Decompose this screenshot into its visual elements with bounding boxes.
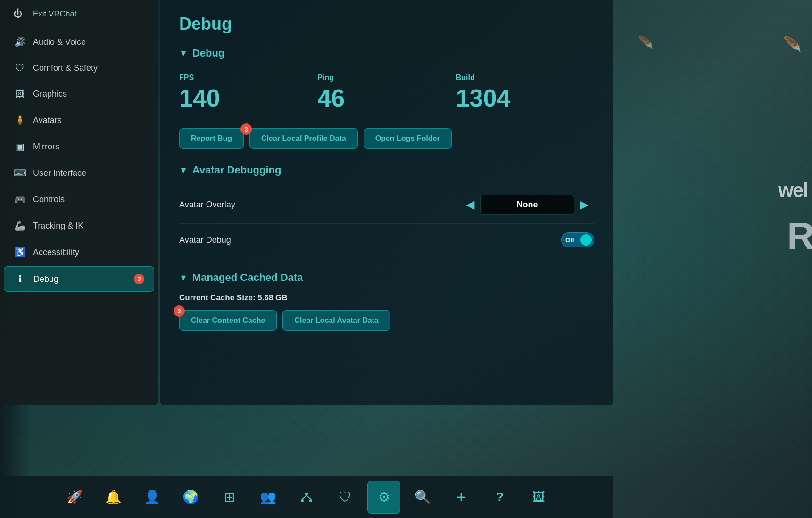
shield-icon: 🛡 bbox=[13, 63, 26, 74]
svg-point-1 bbox=[301, 499, 304, 502]
page-title: Debug bbox=[179, 14, 594, 34]
nav-plus-button[interactable]: + bbox=[445, 481, 478, 514]
fps-stat: FPS 140 bbox=[179, 69, 317, 117]
avatar-overlay-next-button[interactable]: ▶ bbox=[574, 194, 594, 215]
tracking-icon: 🦾 bbox=[13, 220, 26, 231]
edge-text-r: R bbox=[787, 214, 812, 258]
sidebar-item-debug[interactable]: ℹ Debug 3 bbox=[4, 266, 154, 292]
sidebar-item-exit[interactable]: ⏻ Exit VRChat bbox=[4, 4, 154, 24]
nav-planet-button[interactable]: 🌍 bbox=[174, 481, 207, 514]
chevron-down-icon-2: ▼ bbox=[179, 165, 188, 175]
toggle-off-label: Off bbox=[565, 237, 574, 244]
accessibility-icon: ♿ bbox=[13, 247, 26, 258]
avatar-debugging-header[interactable]: ▼ Avatar Debugging bbox=[179, 164, 594, 176]
avatar-overlay-row: Avatar Overlay ◀ None ▶ bbox=[179, 186, 594, 224]
gamepad-icon: 🎮 bbox=[13, 194, 26, 205]
nav-search-button[interactable]: 🔍 bbox=[406, 481, 439, 514]
exit-label: Exit VRChat bbox=[33, 9, 77, 19]
toggle-knob bbox=[580, 234, 592, 246]
cache-buttons-row: 2 Clear Content Cache Clear Local Avatar… bbox=[179, 310, 594, 331]
badge-2: 2 bbox=[174, 305, 185, 317]
svg-point-2 bbox=[309, 499, 312, 502]
chevron-down-icon-3: ▼ bbox=[179, 273, 188, 283]
sidebar-item-label: Avatars bbox=[33, 115, 62, 125]
debug-buttons-row: Report Bug 3 Clear Local Profile Data Op… bbox=[179, 128, 594, 149]
avatar-overlay-value: None bbox=[480, 195, 574, 215]
badge-3: 3 bbox=[240, 123, 252, 135]
nav-person-button[interactable]: 👤 bbox=[135, 481, 168, 514]
sidebar-item-label: Accessibility bbox=[33, 247, 79, 257]
sidebar-debug-badge: 3 bbox=[134, 274, 144, 284]
sidebar-item-accessibility[interactable]: ♿ Accessibility bbox=[4, 240, 154, 264]
cache-size-label: Current Cache Size: 5.68 GB bbox=[179, 293, 594, 303]
managed-cache-header[interactable]: ▼ Managed Cached Data bbox=[179, 271, 594, 284]
clear-content-cache-button[interactable]: Clear Content Cache bbox=[179, 310, 277, 331]
svg-line-4 bbox=[307, 495, 311, 499]
sidebar-item-avatars[interactable]: 🧍 Avatars bbox=[4, 108, 154, 132]
managed-cache-section: ▼ Managed Cached Data Current Cache Size… bbox=[179, 271, 594, 331]
sidebar-item-label: User Interface bbox=[33, 168, 86, 178]
build-label: Build bbox=[456, 74, 594, 82]
ui-icon: ⌨ bbox=[13, 167, 26, 179]
sidebar-item-label: Mirrors bbox=[33, 142, 59, 152]
avatar-overlay-label: Avatar Overlay bbox=[179, 200, 235, 210]
fps-label: FPS bbox=[179, 74, 317, 82]
debug-section-header[interactable]: ▼ Debug bbox=[179, 47, 594, 59]
ping-stat: Ping 46 bbox=[317, 69, 456, 117]
sidebar-item-tracking-ik[interactable]: 🦾 Tracking & IK bbox=[4, 214, 154, 238]
audio-icon: 🔊 bbox=[13, 36, 26, 48]
nav-network-button[interactable] bbox=[290, 481, 323, 514]
nav-gallery-button[interactable]: 🖼 bbox=[522, 481, 555, 514]
clear-local-avatar-button[interactable]: Clear Local Avatar Data bbox=[282, 310, 390, 331]
nav-help-button[interactable]: ? bbox=[483, 481, 516, 514]
nav-gear-button[interactable]: ⚙ bbox=[367, 481, 400, 514]
nav-grid-button[interactable]: ⊞ bbox=[213, 481, 246, 514]
feather-icon-left: 🪶 bbox=[638, 35, 653, 50]
sidebar-item-user-interface[interactable]: ⌨ User Interface bbox=[4, 161, 154, 185]
bottom-nav: 🚀 🔔 👤 🌍 ⊞ 👥 🛡 ⚙ 🔍 + ? 🖼 bbox=[0, 476, 613, 518]
sidebar-item-label: Controls bbox=[33, 195, 65, 205]
sidebar-item-controls[interactable]: 🎮 Controls bbox=[4, 187, 154, 212]
avatar-debug-toggle[interactable]: Off bbox=[561, 232, 594, 247]
avatar-debugging-title: Avatar Debugging bbox=[192, 164, 282, 176]
avatar-overlay-prev-button[interactable]: ◀ bbox=[460, 194, 480, 215]
power-icon: ⏻ bbox=[13, 8, 26, 19]
sidebar-item-comfort-safety[interactable]: 🛡 Comfort & Safety bbox=[4, 56, 154, 80]
managed-cache-title: Managed Cached Data bbox=[192, 271, 303, 284]
graphics-icon: 🖼 bbox=[13, 89, 26, 99]
sidebar-item-label: Comfort & Safety bbox=[33, 63, 98, 73]
sidebar-item-label: Graphics bbox=[33, 89, 67, 99]
nav-shield-button[interactable]: 🛡 bbox=[329, 481, 362, 514]
sidebar-item-label: Debug bbox=[33, 274, 58, 284]
info-icon: ℹ bbox=[14, 273, 27, 285]
sidebar-item-graphics[interactable]: 🖼 Graphics bbox=[4, 82, 154, 106]
fps-value: 140 bbox=[179, 84, 317, 112]
ping-label: Ping bbox=[317, 74, 456, 82]
sidebar-item-audio-voice[interactable]: 🔊 Audio & Voice bbox=[4, 30, 154, 54]
svg-point-0 bbox=[305, 493, 308, 495]
build-value: 1304 bbox=[456, 84, 594, 112]
sidebar-item-label: Tracking & IK bbox=[33, 221, 83, 231]
build-stat: Build 1304 bbox=[456, 69, 594, 117]
sidebar-item-label: Audio & Voice bbox=[33, 37, 86, 47]
avatar-overlay-control: ◀ None ▶ bbox=[460, 194, 594, 215]
report-bug-button[interactable]: Report Bug bbox=[179, 128, 244, 149]
avatar-debug-label: Avatar Debug bbox=[179, 235, 231, 245]
avatar-icon: 🧍 bbox=[13, 115, 26, 126]
svg-line-3 bbox=[302, 495, 307, 499]
chevron-down-icon: ▼ bbox=[179, 49, 188, 58]
avatar-debug-toggle-area: Off bbox=[561, 232, 594, 247]
mirror-icon: ▣ bbox=[13, 141, 26, 152]
nav-group-button[interactable]: 👥 bbox=[251, 481, 284, 514]
open-logs-folder-button[interactable]: Open Logs Folder bbox=[364, 128, 452, 149]
nav-bell-button[interactable]: 🔔 bbox=[97, 481, 130, 514]
clear-local-profile-button[interactable]: Clear Local Profile Data bbox=[249, 128, 358, 149]
feather-icon-right: 🪶 bbox=[783, 35, 802, 53]
edge-text-wel: wel bbox=[778, 179, 807, 202]
debug-section: ▼ Debug FPS 140 Ping 46 Build 1304 Repor… bbox=[179, 47, 594, 149]
sidebar-item-mirrors[interactable]: ▣ Mirrors bbox=[4, 134, 154, 159]
stats-row: FPS 140 Ping 46 Build 1304 bbox=[179, 69, 594, 117]
ping-value: 46 bbox=[317, 84, 456, 112]
sidebar: ⏻ Exit VRChat 🔊 Audio & Voice 🛡 Comfort … bbox=[0, 0, 158, 405]
nav-rocket-button[interactable]: 🚀 bbox=[58, 481, 91, 514]
